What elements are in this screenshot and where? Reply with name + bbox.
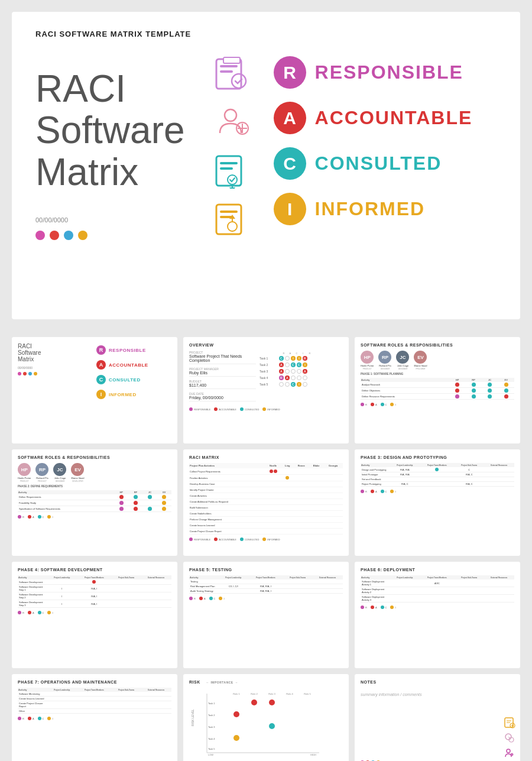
dot-pink (35, 231, 45, 240)
raci-item-c: C CONSULTED (274, 147, 497, 180)
document-icon-2 (212, 153, 253, 189)
label-consulted: CONSULTED (315, 153, 442, 174)
legend-row-8: R A C I (361, 605, 514, 609)
svg-text:Role 5: Role 5 (304, 692, 311, 695)
phase4-table: Activity Project Leadership Project Team… (18, 575, 171, 608)
svg-rect-4 (223, 57, 240, 63)
slide-1-title: RACISoftwareMatrix 00/00/0000 R RESPONSI… (12, 337, 177, 443)
slides-grid: RACISoftwareMatrix 00/00/0000 R RESPONSI… (0, 331, 532, 761)
avatar-row-2: HP Heele Porter PRODUCT RP Richard Pin P… (18, 463, 171, 482)
svg-text:Task 2: Task 2 (208, 714, 215, 717)
svg-point-38 (233, 735, 239, 741)
dot-red (50, 231, 59, 240)
svg-point-34 (251, 700, 257, 705)
label-responsible: RESPONSIBLE (315, 61, 463, 83)
legend-row-6: R A C I (18, 611, 171, 614)
svg-point-3 (232, 74, 246, 88)
document-icon-1 (212, 56, 253, 92)
svg-point-35 (269, 700, 275, 705)
slide-roles-phase1: SOFTWARE ROLES & RESPONSIBILITIES HP Hee… (355, 337, 520, 443)
label-informed: INFORMED (315, 198, 426, 220)
svg-rect-11 (220, 167, 233, 170)
circle-c: C (274, 147, 306, 180)
color-dots (35, 231, 185, 240)
raci-item-r: R RESPONSIBLE (274, 56, 497, 89)
notes-icon-1 (504, 717, 515, 728)
mini-accountable: ACCOUNTABLE (109, 362, 148, 368)
legend-row-2: R A C I (361, 403, 514, 406)
avatar-row: HP Heele Porter PRODUCT RP Richard Pin D… (361, 351, 514, 370)
svg-text:Role 4: Role 4 (286, 692, 293, 695)
svg-text:Task 5: Task 5 (208, 747, 215, 750)
slide-phase4: PHASE 4: SOFTWARE DEVELOPMENT Activity P… (12, 562, 177, 668)
circle-r: R (274, 56, 306, 89)
main-heading: RACI Software Matrix (35, 68, 185, 193)
svg-text:Role 2: Role 2 (251, 692, 258, 695)
legend-row-3: R A C I (18, 515, 171, 519)
svg-point-36 (233, 711, 239, 717)
svg-text:Task 1: Task 1 (208, 702, 215, 705)
slide-overview: OVERVIEW PROJECT Software Project That N… (183, 337, 349, 443)
circle-a: A (274, 102, 306, 134)
slide-phase5: PHASE 5: TESTING Activity Project Leader… (183, 562, 349, 668)
phase-table: Activity HPRPJCEV Analyst Research Defin… (361, 378, 514, 400)
mini-consulted: CONSULTED (109, 377, 141, 383)
svg-rect-15 (220, 211, 238, 213)
svg-text:Task 3: Task 3 (208, 726, 215, 728)
slide-phase7: PHASE 7: OPERATIONS AND MAINTENANCE Acti… (12, 674, 177, 761)
circle-i: I (274, 193, 306, 225)
slide-notes: NOTES summary information / comments (355, 674, 520, 761)
svg-text:Task 4: Task 4 (208, 737, 215, 740)
risk-title: RISK ← IMPORTANCE → (189, 680, 343, 684)
svg-text:Role 3: Role 3 (268, 692, 275, 695)
mini-responsible: RESPONSIBLE (109, 348, 146, 353)
slide-phase6: PHASE 6: DEPLOYMENT Activity Project Lea… (355, 562, 520, 668)
svg-text:Role 1: Role 1 (233, 692, 240, 695)
phase6-table: Activity Project Leadership Project Team… (361, 575, 514, 603)
date-text: 00/00/0000 (35, 216, 185, 224)
notes-content: summary information / comments (361, 688, 514, 701)
legend-row: RESPONSIBLE ACCOUNTABLE CONSULTED INFORM… (189, 407, 343, 411)
legend-row-5: R A C I (361, 490, 514, 493)
risk-chart: RISK LEVEL LOW HIGH Task 1 Task 2 Task 3… (189, 688, 325, 761)
main-title-slide: RACI SOFTWARE MATRIX TEMPLATE RACI Softw… (12, 12, 520, 319)
slide-raci-matrix: RACI MATRIX Project Plan Activities Noel… (183, 449, 349, 556)
svg-rect-10 (220, 162, 238, 164)
mini-title: RACISoftwareMatrix (18, 343, 93, 362)
svg-rect-2 (220, 70, 233, 73)
svg-text:LOW: LOW (208, 753, 213, 756)
svg-marker-13 (229, 187, 235, 189)
matrix-table: Project Plan Activities NoelleLingReneeB… (189, 463, 343, 535)
notes-icon-2 (504, 732, 515, 744)
slide-risk: RISK ← IMPORTANCE → RISK LEVEL LOW HIGH … (183, 674, 349, 761)
legend-row-7: R A C I (189, 597, 343, 600)
raci-item-a: A ACCOUNTABLE (274, 102, 497, 134)
phase-table-2: Activity HPRPJCEV Define Requirements Fe… (18, 490, 171, 512)
mini-informed: INFORMED (109, 392, 137, 397)
svg-point-17 (228, 222, 237, 231)
document-icon-3 (212, 202, 253, 237)
svg-point-5 (225, 109, 236, 121)
legend-row-9: R A C I (18, 717, 171, 720)
phase7-table: Activity Project Leadership Project Team… (18, 688, 171, 714)
dot-teal (64, 231, 73, 240)
svg-rect-1 (220, 65, 238, 67)
page-title: RACI SOFTWARE MATRIX TEMPLATE (35, 30, 497, 38)
svg-text:HIGH: HIGH (310, 753, 316, 756)
dot-orange (78, 231, 87, 240)
notes-icon-3 (504, 747, 515, 759)
svg-point-12 (228, 175, 237, 184)
phase5-table: Activity Project Leadership Project Team… (189, 575, 343, 594)
person-icon (212, 105, 253, 140)
slide-roles-phase2: SOFTWARE ROLES & RESPONSIBILITIES HP Hee… (12, 449, 177, 556)
phase3-table: Activity Project Leadership Project Team… (361, 463, 514, 487)
raci-item-i: I INFORMED (274, 193, 497, 225)
svg-point-48 (507, 749, 510, 753)
legend-row-4: RESPONSIBLE ACCOUNTABLE CONSULTED INFORM… (189, 537, 343, 541)
svg-rect-9 (216, 156, 241, 186)
svg-point-37 (269, 723, 275, 729)
slide-phase3: PHASE 3: DESIGN AND PROTOTYPING Activity… (355, 449, 520, 556)
label-accountable: ACCOUNTABLE (315, 107, 473, 129)
svg-text:RISK LEVEL: RISK LEVEL (191, 709, 194, 726)
